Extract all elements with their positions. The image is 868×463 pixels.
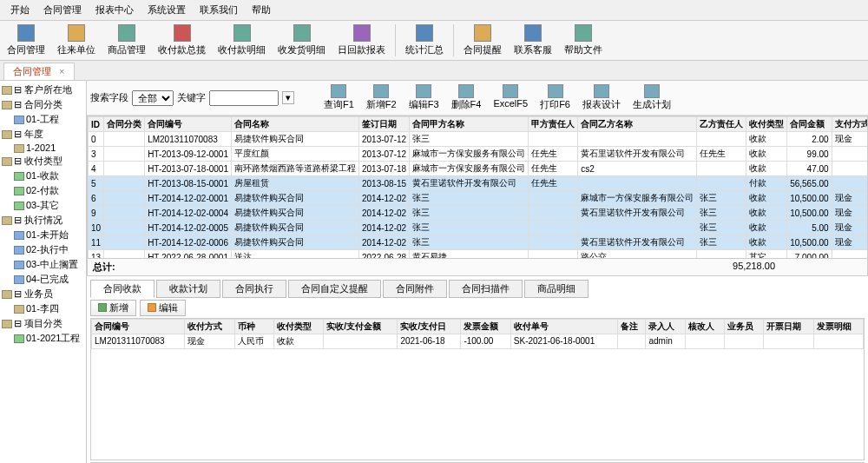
column-header[interactable]: 收付方式 [185, 319, 234, 334]
sub-tab[interactable]: 合同收款 [90, 280, 155, 298]
column-header[interactable]: 收付类型 [273, 319, 323, 334]
table-row[interactable]: 6HT-2014-12-02-0001易捷软件购买合同2014-12-02张三麻… [89, 191, 869, 206]
tree-node[interactable]: 04-已完成 [2, 272, 84, 287]
table-row[interactable]: 9HT-2014-12-02-0004易捷软件购买合同2014-12-02张三黄… [89, 206, 869, 221]
table-row[interactable]: 10HT-2014-12-02-0005易捷软件购买合同2014-12-02张三… [89, 221, 869, 235]
edit-button[interactable]: 编辑 [140, 300, 186, 316]
close-icon[interactable]: × [59, 66, 64, 76]
table-row[interactable]: 3HT-2013-09-12-0001平度红颜2013-07-12麻城市一方保安… [89, 147, 869, 162]
column-header[interactable]: 币种 [234, 319, 273, 334]
dropdown-icon[interactable]: ▾ [282, 91, 294, 104]
action-button[interactable]: 打印F6 [535, 83, 575, 112]
toolbar-button[interactable]: 合同提醒 [458, 23, 507, 58]
column-header[interactable]: 乙方责任人 [697, 117, 746, 132]
action-button[interactable]: 新增F2 [361, 83, 402, 112]
column-header[interactable]: 收付类型 [746, 117, 787, 132]
menu-item[interactable]: 报表中心 [89, 2, 141, 18]
column-header[interactable]: 实收/支付日 [398, 319, 461, 334]
action-icon [416, 84, 431, 98]
keyword-input[interactable] [209, 90, 279, 106]
tree-node[interactable]: ⊟ 收付类型 [2, 154, 84, 169]
detail-grid[interactable]: 合同编号收付方式币种收付类型实收/支付金额实收/支付日发票金额收付单号备注录入人… [90, 318, 865, 461]
tree-node[interactable]: 01-李四 [2, 301, 84, 316]
menu-item[interactable]: 合同管理 [36, 2, 89, 18]
menu-item[interactable]: 开始 [3, 2, 36, 18]
action-button[interactable]: ExcelF5 [488, 83, 533, 112]
sub-tab[interactable]: 合同附件 [383, 280, 447, 298]
column-header[interactable]: 合同编号 [145, 117, 232, 132]
table-row[interactable]: 0LM201311070083易捷软件购买合同2013-07-12张三收款2.0… [89, 132, 869, 147]
sidebar-tree[interactable]: ⊟ 客户所在地⊟ 合同分类01-工程⊟ 年度1-2021⊟ 收付类型01-收款0… [0, 81, 87, 463]
column-header[interactable]: 录入人 [646, 319, 685, 334]
column-header[interactable]: 甲方责任人 [529, 117, 578, 132]
sub-tab[interactable]: 合同自定义提醒 [288, 280, 381, 298]
toolbar-button[interactable]: 收付款总揽 [153, 23, 211, 58]
toolbar-button[interactable]: 收付款明细 [213, 23, 271, 58]
tree-node[interactable]: 03-其它 [2, 198, 84, 213]
sub-tab[interactable]: 收款计划 [156, 280, 220, 298]
toolbar-button[interactable]: 联系客服 [509, 23, 557, 58]
table-row[interactable]: 11HT-2014-12-02-0006易捷软件购买合同2014-12-02张三… [89, 235, 869, 250]
column-header[interactable]: 签订日期 [358, 117, 409, 132]
table-row[interactable]: 4HT-2013-07-18-0001南环路禁烟西路等道路桥梁工程2013-07… [89, 162, 869, 176]
sub-tab[interactable]: 合同扫描件 [449, 280, 523, 298]
action-icon [458, 84, 474, 98]
search-field-select[interactable]: 全部 [132, 90, 174, 106]
action-button[interactable]: 删除F4 [446, 83, 487, 112]
action-button[interactable]: 生成计划 [628, 83, 676, 112]
column-header[interactable]: 发票金额 [461, 319, 510, 334]
column-header[interactable]: 合同甲方名称 [410, 117, 529, 132]
column-header[interactable]: 开票日期 [764, 319, 813, 334]
toolbar-button[interactable]: 统计汇总 [400, 23, 449, 58]
menu-item[interactable]: 帮助 [245, 2, 278, 18]
tree-node[interactable]: 1-2021 [2, 142, 84, 154]
sub-tab[interactable]: 合同执行 [222, 280, 286, 298]
add-button[interactable]: 新增 [90, 300, 136, 316]
tree-node[interactable]: ⊟ 客户所在地 [2, 83, 84, 97]
column-header[interactable]: 合同编号 [92, 319, 185, 334]
tree-node[interactable]: ⊟ 合同分类 [2, 97, 84, 112]
column-header[interactable]: 核改人 [685, 319, 724, 334]
tree-node[interactable]: 01-工程 [2, 112, 84, 127]
plus-icon [98, 303, 107, 312]
toolbar-button[interactable]: 日回款报表 [332, 23, 391, 58]
tree-node[interactable]: ⊟ 执行情况 [2, 213, 84, 228]
tab-contract[interactable]: 合同管理 × [3, 63, 75, 80]
contract-grid[interactable]: ID合同分类合同编号合同名称签订日期合同甲方名称甲方责任人合同乙方名称乙方责任人… [87, 116, 868, 259]
toolbar-button[interactable]: 收发货明细 [273, 23, 331, 58]
tool-icon [293, 24, 311, 42]
column-header[interactable]: 合同金额 [787, 117, 832, 132]
tree-node[interactable]: 01-2021工程 [2, 331, 84, 346]
sub-tab[interactable]: 商品明细 [524, 280, 589, 298]
table-row[interactable]: 13HT-2022-06-28-0001送达2022-06-28黄石易捷路公交其… [89, 250, 869, 259]
tree-node[interactable]: 01-收款 [2, 169, 84, 183]
tree-node[interactable]: 01-未开始 [2, 228, 84, 242]
action-button[interactable]: 编辑F3 [404, 83, 444, 112]
action-button[interactable]: 报表设计 [577, 83, 626, 112]
table-row[interactable]: 5HT-2013-08-15-0001房屋租赁2013-08-15黄石里诺软件开… [89, 176, 869, 191]
toolbar-button[interactable]: 往来单位 [52, 23, 101, 58]
column-header[interactable]: 收付单号 [510, 319, 617, 334]
tree-node[interactable]: 02-付款 [2, 183, 84, 198]
folder-icon [14, 187, 24, 195]
action-button[interactable]: 查询F1 [319, 83, 359, 112]
menu-item[interactable]: 联系我们 [193, 2, 245, 18]
column-header[interactable]: 备注 [617, 319, 646, 334]
column-header[interactable]: 合同名称 [231, 117, 358, 132]
menu-item[interactable]: 系统设置 [141, 2, 193, 18]
column-header[interactable]: 合同乙方名称 [578, 117, 697, 132]
column-header[interactable]: ID [89, 117, 104, 132]
column-header[interactable]: 实收/支付金额 [324, 319, 398, 334]
tree-node[interactable]: ⊟ 业务员 [2, 287, 84, 301]
tree-node[interactable]: ⊟ 项目分类 [2, 316, 84, 331]
column-header[interactable]: 业务员 [724, 319, 763, 334]
tree-node[interactable]: ⊟ 年度 [2, 127, 84, 142]
column-header[interactable]: 支付方式 [832, 117, 868, 132]
column-header[interactable]: 合同分类 [104, 117, 145, 132]
column-header[interactable]: 发票明细 [813, 319, 863, 334]
toolbar-button[interactable]: 帮助文件 [559, 23, 608, 58]
tree-node[interactable]: 03-中止搁置 [2, 257, 84, 272]
toolbar-button[interactable]: 商品管理 [102, 23, 151, 58]
toolbar-button[interactable]: 合同管理 [2, 23, 50, 58]
tree-node[interactable]: 02-执行中 [2, 242, 84, 257]
